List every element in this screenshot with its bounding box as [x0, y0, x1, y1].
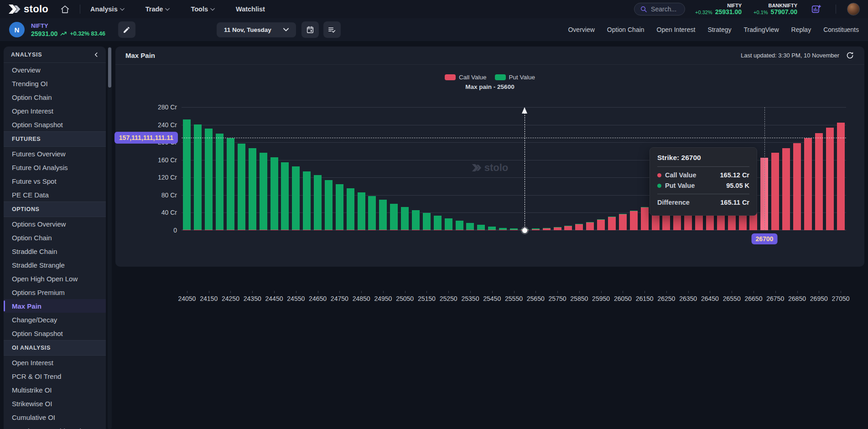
nav-link-option-chain[interactable]: Option Chain [607, 26, 645, 33]
sidebar-item-strikewise-oi[interactable]: Strikewise OI [4, 397, 106, 410]
nav-link-open-interest[interactable]: Open Interest [657, 26, 696, 33]
bar-strike-25900[interactable] [586, 222, 594, 230]
sidebar-item-option-chain[interactable]: Option Chain [4, 90, 106, 104]
bar-strike-26150[interactable] [641, 207, 649, 230]
sidebar-item-multistrike-oi[interactable]: Multistrike OI [4, 383, 106, 397]
bar-strike-24150[interactable] [205, 129, 213, 230]
sidebar-item-option-chain[interactable]: Option Chain [4, 231, 106, 244]
sidebar-item-pe-ce-data[interactable]: PE CE Data [4, 188, 106, 202]
refresh-icon[interactable] [846, 51, 854, 60]
bar-strike-25450[interactable] [488, 227, 496, 230]
sidebar-item-max-pain[interactable]: Max Pain [4, 299, 106, 313]
sidebar-item-change-decay[interactable]: Change/Decay [4, 313, 106, 326]
sidebar-item-pcr-oi-trend[interactable]: PCR & OI Trend [4, 369, 106, 383]
legend-item-call-value[interactable]: Call Value [445, 74, 487, 81]
bar-strike-26950[interactable] [815, 133, 823, 230]
menu-item-watchlist[interactable]: Watchlist [236, 5, 265, 13]
expiry-date-selector[interactable]: 11 Nov, Tuesday [217, 22, 296, 37]
ticker-banknifty[interactable]: BANKNIFTY+0.1%57907.00 [754, 3, 797, 16]
bar-strike-27000[interactable] [826, 128, 834, 230]
sidebar-item-straddle-strangle[interactable]: Straddle Strangle [4, 258, 106, 272]
bar-strike-24850[interactable] [358, 192, 365, 230]
bar-strike-25750[interactable] [554, 227, 561, 230]
bar-strike-26000[interactable] [608, 217, 616, 230]
bar-strike-26750[interactable] [771, 153, 779, 230]
watchlist-manage-button[interactable] [323, 21, 341, 38]
sidebar-item-overview[interactable]: Overview [4, 63, 106, 77]
sidebar-item-straddle-chain[interactable]: Straddle Chain [4, 244, 106, 258]
sidebar-item-options-overview[interactable]: Options Overview [4, 217, 106, 231]
stolo-logo[interactable]: stolo [8, 3, 48, 15]
symbol-block[interactable]: NIFTY 25931.00 +0.32% 83.46 [31, 22, 105, 37]
sidebar-item-option-snapshot[interactable]: Option Snapshot [4, 326, 106, 340]
nav-link-overview[interactable]: Overview [568, 26, 594, 33]
bar-strike-25050[interactable] [401, 207, 409, 230]
calendar-button[interactable] [301, 21, 319, 38]
bar-strike-24900[interactable] [368, 196, 376, 230]
bar-strike-24100[interactable] [194, 124, 202, 230]
menu-item-tools[interactable]: Tools [191, 5, 215, 13]
sidebar-item-options-premium[interactable]: Options Premium [4, 285, 106, 299]
bar-strike-26900[interactable] [804, 138, 812, 230]
bar-strike-26850[interactable] [793, 143, 801, 230]
collapse-sidebar-icon[interactable] [93, 52, 99, 58]
bar-strike-24450[interactable] [270, 157, 278, 230]
bar-strike-25400[interactable] [477, 225, 485, 230]
bar-strike-25850[interactable] [575, 224, 583, 230]
ticker-nifty[interactable]: NIFTY+0.32%25931.00 [695, 3, 742, 16]
bar-strike-25000[interactable] [390, 204, 398, 230]
bar-strike-24800[interactable] [347, 188, 354, 230]
user-avatar[interactable] [847, 3, 860, 16]
bar-strike-24600[interactable] [303, 171, 311, 230]
bar-strike-24650[interactable] [314, 175, 322, 230]
bar-strike-24300[interactable] [238, 144, 245, 230]
chart-plus-button[interactable] [807, 1, 825, 17]
search-input[interactable]: Search... [634, 3, 685, 16]
edit-symbol-button[interactable] [118, 21, 135, 38]
sidebar-scrollbar-thumb[interactable] [108, 47, 111, 88]
sidebar-item-trending-oi[interactable]: Trending OI [4, 77, 106, 90]
bar-strike-25300[interactable] [456, 221, 463, 230]
bar-strike-25250[interactable] [445, 218, 452, 230]
nav-link-tradingview[interactable]: TradingView [744, 26, 779, 33]
menu-item-analysis[interactable]: Analysis [90, 5, 125, 13]
bar-strike-25200[interactable] [434, 216, 442, 230]
sidebar-item-open-high-open-low[interactable]: Open High Open Low [4, 272, 106, 285]
bar-strike-24750[interactable] [336, 184, 343, 230]
bar-strike-25350[interactable] [466, 223, 474, 230]
bar-strike-25650[interactable] [532, 228, 540, 230]
bar-strike-24350[interactable] [249, 148, 256, 230]
sidebar-item-intraday-oi-dashboard[interactable]: Intraday OI Dashboard [4, 424, 106, 429]
sidebar-item-open-interest[interactable]: Open Interest [4, 104, 106, 118]
bar-strike-26050[interactable] [619, 214, 627, 230]
bar-strike-25100[interactable] [412, 210, 420, 230]
sidebar-item-futures-overview[interactable]: Futures Overview [4, 147, 106, 160]
bar-strike-26100[interactable] [630, 211, 638, 230]
bar-strike-24550[interactable] [292, 166, 300, 230]
nav-link-strategy[interactable]: Strategy [707, 26, 731, 33]
legend-item-put-value[interactable]: Put Value [495, 74, 535, 81]
sidebar-item-future-oi-analysis[interactable]: Future OI Analysis [4, 160, 106, 174]
bar-strike-25800[interactable] [564, 226, 572, 230]
bar-strike-24950[interactable] [379, 200, 387, 230]
menu-item-trade[interactable]: Trade [146, 5, 170, 13]
bar-strike-25500[interactable] [499, 228, 507, 230]
bar-strike-24200[interactable] [216, 134, 223, 230]
sidebar-item-open-interest[interactable]: Open Interest [4, 356, 106, 369]
sidebar-item-cumulative-oi[interactable]: Cumulative OI [4, 410, 106, 424]
nav-link-replay[interactable]: Replay [791, 26, 811, 33]
bar-strike-24500[interactable] [281, 162, 289, 231]
bar-strike-25150[interactable] [423, 213, 431, 230]
bar-strike-24050[interactable] [183, 119, 191, 230]
sidebar-item-option-snapshot[interactable]: Option Snapshot [4, 118, 106, 131]
bar-strike-24250[interactable] [227, 138, 234, 230]
bar-strike-27050[interactable] [837, 123, 845, 230]
bar-strike-25550[interactable] [510, 228, 518, 230]
bar-strike-25700[interactable] [543, 228, 551, 230]
home-button[interactable] [60, 5, 70, 14]
sidebar-item-future-vs-spot[interactable]: Future vs Spot [4, 174, 106, 188]
bar-strike-24400[interactable] [260, 153, 267, 230]
bar-strike-25950[interactable] [597, 219, 605, 230]
nav-link-constituents[interactable]: Constituents [823, 26, 859, 33]
bar-strike-26800[interactable] [782, 148, 790, 230]
